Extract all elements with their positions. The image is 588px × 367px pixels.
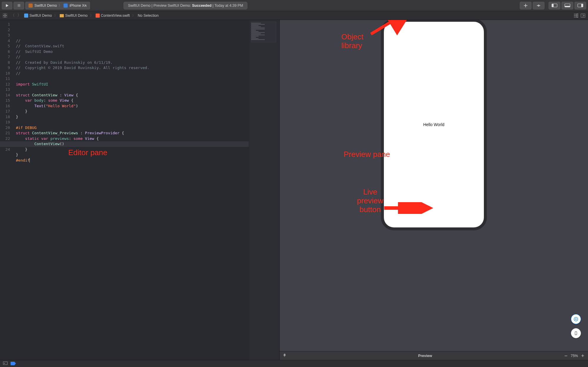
line-gutter: 123456789101112131415161718192021222324: [0, 20, 14, 360]
breadcrumb-group-label: SwiftUI Demo: [65, 14, 87, 18]
breadcrumb-symbol[interactable]: No Selection: [138, 14, 159, 18]
preview-canvas[interactable]: Hello World Object library Preview pane: [280, 20, 588, 351]
svg-point-16: [576, 334, 576, 335]
zoom-out-button[interactable]: −: [564, 354, 568, 358]
svg-rect-9: [3, 16, 5, 18]
bottom-bar: [0, 360, 588, 367]
toggle-debug-area-button[interactable]: [562, 2, 573, 9]
app-icon: [29, 4, 33, 8]
chevron-right-icon: 〉: [54, 13, 58, 18]
svg-rect-6: [581, 4, 583, 7]
activity-status: SwiftUI Demo | Preview SwiftUI Demo: Suc…: [124, 2, 247, 9]
nav-forward-button[interactable]: 〉: [16, 13, 22, 18]
svg-rect-2: [552, 4, 554, 7]
chevron-right-icon: 〉: [89, 13, 94, 18]
svg-rect-4: [565, 6, 570, 7]
toggle-breakpoints-button[interactable]: [3, 361, 8, 366]
scheme-selector[interactable]: SwiftUI Demo 〉 iPhone Xʀ: [25, 2, 90, 9]
debug-tag-icon[interactable]: [11, 361, 16, 367]
editor-pane: 123456789101112131415161718192021222324 …: [0, 20, 279, 360]
editor-options-button[interactable]: [573, 13, 579, 18]
annotation-object-library: Object library: [342, 32, 364, 50]
preview-pane: Hello World Object library Preview pane: [279, 20, 588, 360]
toggle-navigator-button[interactable]: [549, 2, 560, 9]
zoom-level-label: 75%: [571, 354, 578, 358]
svg-rect-10: [5, 16, 7, 18]
simulator-icon: [64, 4, 68, 8]
breadcrumb-project-label: SwiftUI Demo: [29, 14, 52, 18]
related-items-icon[interactable]: [2, 13, 8, 18]
preview-footer: Preview − 75% +: [280, 351, 588, 360]
minimap-viewport: [251, 22, 276, 42]
breadcrumb-file[interactable]: ContentView.swift: [96, 14, 130, 18]
zoom-controls: − 75% +: [564, 354, 585, 358]
status-prefix: SwiftUI Demo | Preview SwiftUI Demo:: [128, 4, 191, 8]
main-split: 123456789101112131415161718192021222324 …: [0, 20, 588, 360]
chevron-right-icon: 〉: [131, 13, 136, 18]
breadcrumb-project[interactable]: SwiftUI Demo: [24, 14, 52, 18]
library-button[interactable]: [520, 2, 532, 9]
add-editor-button[interactable]: [580, 13, 586, 18]
code-review-button[interactable]: [533, 2, 544, 9]
scheme-device-label: iPhone Xʀ: [69, 3, 87, 8]
toggle-inspectors-button[interactable]: [574, 2, 586, 9]
status-result: Succeeded: [192, 4, 211, 8]
zoom-in-button[interactable]: +: [580, 354, 585, 358]
minimap[interactable]: [249, 20, 279, 360]
jump-bar: 〈 〉 SwiftUI Demo 〉 SwiftUI Demo 〉 Conten…: [0, 11, 588, 20]
breadcrumb-group[interactable]: SwiftUI Demo: [60, 14, 87, 18]
device-frame: Hello World: [381, 20, 487, 230]
top-toolbar: SwiftUI Demo 〉 iPhone Xʀ SwiftUI Demo | …: [0, 0, 588, 11]
code-editor[interactable]: // // ContentView.swift // SwiftUI Demo …: [14, 20, 249, 360]
chevron-right-icon: 〉: [59, 3, 62, 8]
live-preview-button[interactable]: [571, 314, 581, 324]
preview-device-settings-button[interactable]: [571, 328, 581, 338]
breadcrumb-symbol-label: No Selection: [138, 14, 159, 18]
scheme-app-label: SwiftUI Demo: [34, 4, 57, 8]
svg-rect-8: [5, 14, 7, 15]
preview-footer-title: Preview: [287, 354, 564, 358]
pin-preview-button[interactable]: [283, 353, 287, 358]
preview-content-text: Hello World: [423, 122, 444, 127]
nav-back-button[interactable]: 〈: [9, 13, 16, 18]
breadcrumb-file-label: ContentView.swift: [101, 14, 130, 18]
run-button[interactable]: [2, 2, 12, 9]
svg-rect-7: [3, 14, 5, 15]
svg-rect-0: [18, 4, 20, 7]
status-suffix: | Today at 4:39 PM: [213, 4, 243, 8]
stop-button[interactable]: [14, 2, 24, 9]
